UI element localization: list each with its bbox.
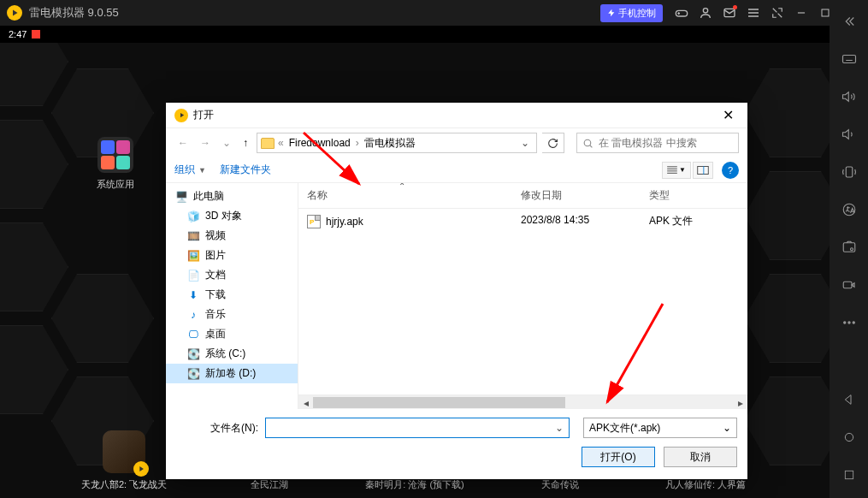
sidebar-label: 文档 [205, 268, 226, 282]
sidebar-item-this-pc[interactable]: 🖥️此电脑 [166, 187, 298, 206]
svg-point-15 [845, 433, 853, 441]
android-back-icon[interactable] [836, 387, 862, 412]
sidebar-item-documents[interactable]: 📄文档 [166, 265, 298, 285]
more-icon[interactable] [836, 310, 862, 335]
file-type-filter[interactable]: APK文件(*.apk) ⌄ [583, 418, 737, 438]
filter-label: APK文件(*.apk) [589, 421, 660, 436]
mail-icon[interactable] [717, 1, 741, 25]
dialog-titlebar: 打开 ✕ [166, 103, 747, 128]
scroll-right-icon[interactable]: ▸ [733, 395, 747, 409]
minimize-icon[interactable] [789, 1, 813, 25]
dialog-title: 打开 [193, 108, 214, 122]
user-icon[interactable] [694, 1, 717, 25]
folder-icon [261, 138, 275, 149]
sidebar-item-pictures[interactable]: 🖼️图片 [166, 246, 298, 265]
filename-label: 文件名(N): [176, 421, 258, 436]
sidebar-item-music[interactable]: ♪音乐 [166, 305, 298, 324]
organize-menu[interactable]: 组织 [174, 163, 195, 177]
fullscreen-icon[interactable] [765, 1, 789, 25]
app-logo-icon [7, 5, 22, 21]
gamepad-icon[interactable] [670, 1, 694, 25]
record-icon[interactable] [836, 272, 862, 298]
dock-app-0[interactable]: 天龙八部2: 飞龙战天 [73, 430, 175, 491]
path-dropdown-icon[interactable]: ⌄ [517, 137, 533, 149]
keyboard-icon[interactable] [836, 46, 862, 72]
horizontal-scrollbar[interactable]: ◂ ▸ [298, 394, 747, 409]
sidebar-label: 下载 [205, 288, 226, 302]
android-statusbar: 2:47 ▾ ◢ ▮ [0, 26, 868, 43]
emulator-screen: 系统应用 天龙八部2: 飞龙战天 全民江湖 秦时明月: 沧海 (预下载) 天命传… [0, 43, 830, 498]
scroll-left-icon[interactable]: ◂ [298, 395, 313, 409]
dock-app-label: 全民江湖 [251, 479, 288, 489]
svg-point-12 [843, 322, 845, 323]
app-title: 雷电模拟器 9.0.55 [29, 5, 119, 21]
breadcrumb-sep: « [278, 137, 284, 149]
breadcrumb-seg[interactable]: Firedownload [287, 137, 352, 149]
column-date[interactable]: 修改日期 [512, 187, 641, 205]
sidebar-label: 此电脑 [193, 189, 224, 204]
svg-point-1 [703, 9, 707, 13]
up-icon[interactable]: ↑ [239, 133, 251, 152]
phone-control-label: 手机控制 [618, 7, 656, 20]
screenshot-icon[interactable] [836, 234, 862, 260]
menu-icon[interactable] [741, 1, 765, 25]
dialog-close-icon[interactable]: ✕ [717, 107, 739, 123]
open-button[interactable]: 打开(O) [582, 447, 655, 467]
download-icon: ⬇ [186, 288, 200, 302]
recent-dropdown-icon[interactable]: ⌄ [219, 133, 234, 152]
forward-icon[interactable]: → [197, 133, 214, 152]
sidebar-item-drive-d[interactable]: 💽新加卷 (D:) [166, 364, 298, 383]
preview-pane-button[interactable] [693, 162, 713, 179]
cancel-button[interactable]: 取消 [664, 447, 737, 467]
volume-down-icon[interactable] [836, 122, 862, 147]
file-row[interactable]: hjrjy.apk 2023/8/8 14:35 APK 文件 [298, 209, 747, 234]
svg-rect-11 [843, 282, 852, 288]
document-icon: 📄 [186, 269, 200, 282]
refresh-button[interactable] [542, 133, 564, 153]
sidebar-item-drive-c[interactable]: 💽系统 (C:) [166, 344, 298, 364]
collapse-rail-icon[interactable] [836, 9, 862, 34]
filename-input[interactable] [266, 422, 550, 434]
search-box[interactable] [576, 133, 739, 153]
sidebar-label: 视频 [205, 228, 226, 243]
breadcrumb-path[interactable]: « Firedownload › 雷电模拟器 ⌄ [257, 133, 537, 153]
sidebar-item-3d[interactable]: 🧊3D 对象 [166, 206, 298, 226]
breadcrumb-seg[interactable]: 雷电模拟器 [363, 136, 417, 151]
column-name[interactable]: 名称 [298, 187, 512, 205]
app-titlebar: 雷电模拟器 9.0.55 手机控制 [0, 0, 868, 26]
filename-dropdown-icon[interactable]: ⌄ [550, 422, 569, 434]
shake-icon[interactable] [836, 159, 862, 185]
android-recent-icon[interactable] [836, 462, 862, 488]
sidebar-label: 音乐 [205, 307, 226, 322]
file-type: APK 文件 [641, 212, 747, 230]
android-home-icon[interactable] [836, 424, 862, 450]
organize-dropdown-icon[interactable]: ▼ [198, 166, 206, 175]
video-icon: 🎞️ [186, 229, 200, 243]
sidebar-item-downloads[interactable]: ⬇下载 [166, 285, 298, 305]
view-mode-button[interactable]: ▼ [662, 162, 691, 179]
sidebar-item-desktop[interactable]: 🖵桌面 [166, 324, 298, 344]
breadcrumb-sep: › [356, 137, 359, 149]
sidebar-label: 新加卷 (D:) [205, 366, 256, 381]
phone-control-button[interactable]: 手机控制 [600, 4, 663, 22]
svg-rect-3 [822, 9, 829, 16]
back-icon[interactable]: ← [174, 133, 192, 152]
translate-icon[interactable] [836, 197, 862, 222]
system-apps-folder[interactable]: 系统应用 [86, 137, 145, 191]
help-button[interactable]: ? [722, 162, 739, 179]
scrollbar-thumb[interactable] [313, 397, 565, 408]
sidebar-item-videos[interactable]: 🎞️视频 [166, 226, 298, 246]
filename-combo[interactable]: ⌄ [265, 418, 570, 438]
picture-icon: 🖼️ [186, 249, 200, 263]
svg-rect-9 [843, 243, 855, 252]
new-folder-button[interactable]: 新建文件夹 [220, 163, 271, 177]
dock-app-label: 天命传说 [541, 479, 579, 489]
search-input[interactable] [599, 137, 733, 149]
svg-rect-5 [698, 166, 709, 174]
svg-rect-0 [676, 10, 687, 16]
volume-up-icon[interactable] [836, 84, 862, 110]
file-name: hjrjy.apk [326, 216, 363, 228]
status-time: 2:47 [9, 29, 27, 39]
adblock-icon [32, 30, 40, 39]
column-type[interactable]: 类型 [641, 187, 747, 205]
